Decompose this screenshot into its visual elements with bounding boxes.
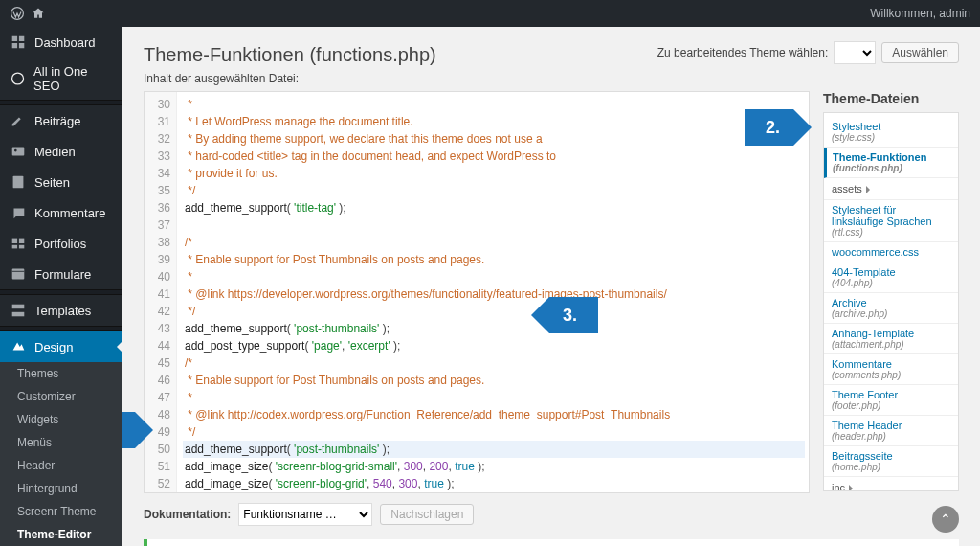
chevron-right-icon [849, 485, 857, 492]
theme-select[interactable] [834, 41, 876, 64]
file-item[interactable]: Stylesheet(style.css) [824, 117, 958, 148]
menu-icon [10, 143, 27, 160]
annotation-2: 2. [745, 109, 830, 146]
sidebar-sub-customizer[interactable]: Customizer [0, 385, 122, 408]
file-item[interactable]: Stylesheet für linksläufige Sprachen(rtl… [824, 200, 958, 242]
welcome-text[interactable]: Willkommen, admin [870, 7, 970, 20]
sidebar-item-dashboard[interactable]: Dashboard [0, 27, 122, 57]
file-item[interactable]: Theme-Funktionen(functions.php) [824, 148, 958, 178]
file-info: Inhalt der ausgewählten Datei: [144, 72, 959, 85]
theme-select-label: Zu bearbeitendes Theme wählen: [657, 46, 829, 59]
svg-rect-5 [12, 239, 17, 243]
wordpress-icon[interactable] [10, 6, 25, 21]
lookup-button: Nachschlagen [380, 504, 474, 525]
theme-files-panel: Theme-Dateien Stylesheet(style.css)Theme… [823, 91, 959, 491]
menu-icon [10, 173, 27, 191]
sidebar-item-kommentare[interactable]: Kommentare [0, 197, 122, 228]
code-editor[interactable]: 3031323334353637383940414243444546474849… [144, 91, 810, 493]
theme-files-heading: Theme-Dateien [823, 91, 959, 106]
sidebar-item-templates[interactable]: Templates [0, 295, 122, 326]
sidebar-sub-widgets[interactable]: Widgets [0, 408, 122, 431]
sidebar-sub-hintergrund[interactable]: Hintergrund [0, 477, 122, 500]
sidebar-sub-theme-editor[interactable]: Theme-Editor [0, 523, 122, 546]
admin-bar: Willkommen, admin [0, 0, 980, 27]
docs-label: Dokumentation: [144, 508, 231, 521]
sidebar-sub-header[interactable]: Header [0, 454, 122, 477]
file-item[interactable]: Theme Header(header.php) [824, 416, 958, 446]
sidebar-sub-themes[interactable]: Themes [0, 362, 122, 385]
menu-icon [10, 112, 27, 129]
svg-rect-7 [12, 245, 17, 249]
sidebar-item-medien[interactable]: Medien [0, 136, 122, 167]
file-item[interactable]: 404-Template(404.php) [824, 262, 958, 293]
file-dir[interactable]: inc [824, 477, 958, 491]
svg-point-3 [14, 149, 17, 152]
sidebar-item-beiträge[interactable]: Beiträge [0, 105, 122, 136]
file-dir[interactable]: assets [824, 178, 958, 200]
sidebar-item-all-in-one-seo[interactable]: All in One SEO [0, 57, 122, 100]
sidebar-item-seiten[interactable]: Seiten [0, 167, 122, 197]
svg-rect-4 [13, 176, 24, 189]
menu-icon [10, 204, 27, 221]
svg-point-1 [12, 73, 24, 84]
file-item[interactable]: Theme Footer(footer.php) [824, 385, 958, 416]
file-item[interactable]: Archive(archive.php) [824, 293, 958, 324]
menu-icon [10, 265, 27, 283]
menu-icon [10, 302, 27, 319]
svg-rect-9 [12, 269, 25, 280]
annotation-3: 3. [513, 297, 598, 333]
svg-rect-2 [12, 148, 25, 156]
sidebar-sub-menüs[interactable]: Menüs [0, 431, 122, 454]
menu-icon [10, 34, 27, 51]
file-item[interactable]: Kommentare(comments.php) [824, 354, 958, 385]
svg-rect-10 [12, 305, 25, 309]
menu-icon [10, 338, 27, 355]
svg-rect-6 [19, 239, 24, 243]
admin-sidebar: DashboardAll in One SEOBeiträgeMedienSei… [0, 27, 122, 546]
file-item[interactable]: Anhang-Template(attachment.php) [824, 324, 958, 354]
success-notice: Die Datei wurde erfolgreich bearbeitet. … [144, 539, 959, 546]
content-area: Theme-Funktionen (functions.php) Zu bear… [122, 27, 980, 546]
svg-rect-8 [19, 245, 24, 249]
file-item[interactable]: Beitragsseite(home.php) [824, 446, 958, 477]
scroll-to-top[interactable]: ⌃ [932, 506, 959, 533]
select-theme-button[interactable]: Auswählen [881, 42, 959, 63]
docs-select[interactable]: Funktionsname … [238, 503, 372, 526]
sidebar-item-design[interactable]: Design [0, 331, 122, 362]
chevron-right-icon [866, 186, 874, 193]
home-icon[interactable] [31, 6, 46, 21]
sidebar-item-portfolios[interactable]: Portfolios [0, 228, 122, 259]
file-item[interactable]: woocommerce.css [824, 242, 958, 262]
sidebar-item-formulare[interactable]: Formulare [0, 259, 122, 289]
sidebar-sub-screenr-theme[interactable]: Screenr Theme [0, 500, 122, 523]
annotation-1: 1. [122, 412, 171, 448]
svg-rect-11 [12, 312, 25, 317]
menu-icon [10, 70, 26, 87]
menu-icon [10, 235, 27, 252]
